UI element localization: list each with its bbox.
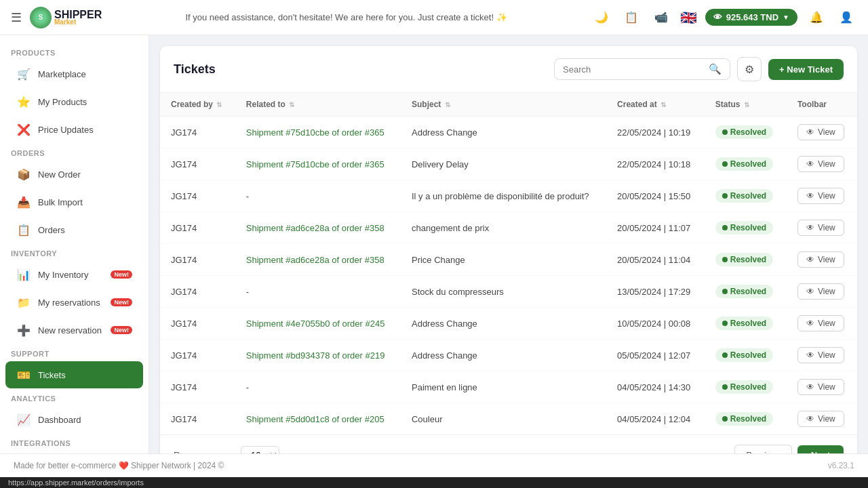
balance-arrow: ▼ [783, 14, 789, 21]
cell-toolbar: 👁 View [787, 340, 857, 371]
cell-status: Resolved [705, 403, 787, 435]
status-badge: Resolved [715, 317, 773, 330]
sidebar-item-orders[interactable]: 📋Orders [5, 216, 143, 243]
cell-subject: Price Change [401, 244, 606, 276]
related-link[interactable]: Shipment #75d10cbe of order #365 [246, 127, 384, 138]
col-created-by[interactable]: Created by ⇅ [160, 93, 235, 117]
status-dot [722, 352, 728, 358]
bell-icon[interactable]: 🔔 [806, 7, 827, 28]
cell-subject: Address Change [401, 308, 606, 340]
cell-related-to: - [235, 180, 401, 212]
eye-icon: 👁 [806, 350, 814, 360]
cell-toolbar: 👁 View [787, 371, 857, 403]
cell-subject: Address Change [401, 340, 606, 371]
view-button[interactable]: 👁 View [797, 124, 844, 140]
orders-icon: 📋 [16, 222, 31, 237]
sidebar-item-bulk-import[interactable]: 📥Bulk Import [5, 188, 143, 216]
sidebar: Products🛒Marketplace⭐My Products❌Price U… [0, 35, 149, 453]
cell-created-by: JG174 [160, 371, 235, 403]
marketplace-icon: 🛒 [16, 66, 31, 81]
view-button[interactable]: 👁 View [797, 379, 844, 395]
dark-mode-toggle[interactable]: 🌙 [591, 7, 612, 28]
sidebar-item-new-order[interactable]: 📦New Order [5, 161, 143, 188]
related-link[interactable]: Shipment #ad6ce28a of order #358 [246, 223, 384, 233]
view-button[interactable]: 👁 View [797, 283, 844, 300]
cell-created-at: 10/05/2024 | 00:08 [606, 308, 705, 340]
topbar: ☰ S SHIPPER Market If you need assistanc… [0, 0, 868, 35]
cell-created-at: 22/05/2024 | 10:18 [606, 148, 705, 180]
new-ticket-button[interactable]: + New Ticket [768, 59, 844, 80]
sidebar-item-my-reservations[interactable]: 📁My reservationsNew! [5, 289, 143, 316]
col-related-to[interactable]: Related to ⇅ [235, 93, 401, 117]
status-dot [722, 225, 728, 230]
col-created-at[interactable]: Created at ⇅ [606, 93, 705, 117]
view-button[interactable]: 👁 View [797, 188, 844, 204]
cell-related-to[interactable]: Shipment #75d10cbe of order #365 [235, 117, 401, 148]
cell-related-to[interactable]: Shipment #4e7055b0 of order #245 [235, 308, 401, 340]
cell-created-by: JG174 [160, 212, 235, 244]
related-link[interactable]: Shipment #bd934378 of order #219 [246, 350, 385, 361]
search-input[interactable] [563, 64, 703, 75]
cell-status: Resolved [705, 244, 787, 276]
view-button[interactable]: 👁 View [797, 347, 844, 363]
sidebar-item-marketplace[interactable]: 🛒Marketplace [5, 60, 143, 87]
language-selector[interactable]: 🇬🇧 [680, 9, 697, 26]
col-status[interactable]: Status ⇅ [705, 93, 787, 117]
sidebar-label-price-updates: Price Updates [38, 125, 94, 135]
sidebar-item-my-inventory[interactable]: 📊My InventoryNew! [5, 261, 143, 288]
cell-created-at: 13/05/2024 | 17:29 [606, 276, 705, 308]
view-button[interactable]: 👁 View [797, 220, 844, 236]
sidebar-section-integrations: Integrations [0, 434, 149, 450]
cell-related-to[interactable]: Shipment #75d10cbe of order #365 [235, 148, 401, 180]
eye-icon: 👁 [806, 191, 814, 201]
sidebar-label-tickets: Tickets [38, 370, 66, 380]
next-button[interactable]: Next [797, 445, 844, 453]
sidebar-label-bulk-import: Bulk Import [38, 197, 83, 207]
view-button[interactable]: 👁 View [797, 156, 844, 172]
sidebar-item-new-reservation[interactable]: ➕New reservationNew! [5, 317, 143, 344]
sidebar-section-analytics: Analytics [0, 389, 149, 405]
sidebar-section-products: Products [0, 43, 149, 60]
related-link[interactable]: Shipment #75d10cbe of order #365 [246, 159, 384, 169]
balance-button[interactable]: 👁 925.643 TND ▼ [705, 9, 797, 26]
topbar-notice: If you need assistance, don't hesitate! … [110, 12, 583, 22]
status-badge: Resolved [715, 253, 773, 266]
logo: S SHIPPER Market [30, 7, 102, 28]
status-dot [722, 321, 728, 326]
view-button[interactable]: 👁 View [797, 315, 844, 331]
sidebar-item-dashboard[interactable]: 📈Dashboard [5, 406, 143, 433]
related-link[interactable]: Shipment #4e7055b0 of order #245 [246, 319, 385, 329]
sidebar-item-price-updates[interactable]: ❌Price Updates [5, 116, 143, 143]
col-subject[interactable]: Subject ⇅ [401, 93, 606, 117]
cell-status: Resolved [705, 308, 787, 340]
cell-subject: Delivery Delay [401, 148, 606, 180]
table-row: JG174-Stock du compresseurs13/05/2024 | … [160, 276, 857, 308]
view-button[interactable]: 👁 View [797, 251, 844, 268]
filter-button[interactable]: ⚙ [737, 57, 762, 81]
eye-icon: 👁 [806, 255, 814, 264]
cell-subject: Address Change [401, 117, 606, 148]
notifications-icon[interactable]: 📋 [620, 7, 642, 28]
cell-related-to[interactable]: Shipment #ad6ce28a of order #358 [235, 244, 401, 276]
cell-status: Resolved [705, 117, 787, 148]
sidebar-section-inventory: Inventory [0, 244, 149, 260]
cell-status: Resolved [705, 371, 787, 403]
menu-button[interactable]: ☰ [11, 10, 22, 25]
video-icon[interactable]: 📹 [650, 7, 672, 28]
previous-button[interactable]: Previous [734, 445, 792, 453]
cell-related-to[interactable]: Shipment #5dd0d1c8 of order #205 [235, 403, 401, 435]
sidebar-item-tickets[interactable]: 🎫Tickets [5, 361, 143, 388]
balance-amount: 925.643 TND [726, 12, 778, 22]
user-icon[interactable]: 👤 [835, 7, 857, 28]
main-content: Tickets 🔍 ⚙ + New Ticket Created by ⇅ Re… [149, 35, 868, 453]
cell-related-to[interactable]: Shipment #bd934378 of order #219 [235, 340, 401, 371]
logo-icon: S [30, 7, 52, 28]
cell-related-to[interactable]: Shipment #ad6ce28a of order #358 [235, 212, 401, 244]
search-icon[interactable]: 🔍 [709, 63, 722, 75]
view-button[interactable]: 👁 View [797, 411, 844, 427]
table-row: JG174-Il y a un problème de disponibilit… [160, 180, 857, 212]
rows-per-page-select[interactable]: 10 25 50 [241, 446, 279, 453]
related-link[interactable]: Shipment #5dd0d1c8 of order #205 [246, 414, 384, 424]
sidebar-item-my-products[interactable]: ⭐My Products [5, 88, 143, 115]
related-link[interactable]: Shipment #ad6ce28a of order #358 [246, 255, 384, 265]
